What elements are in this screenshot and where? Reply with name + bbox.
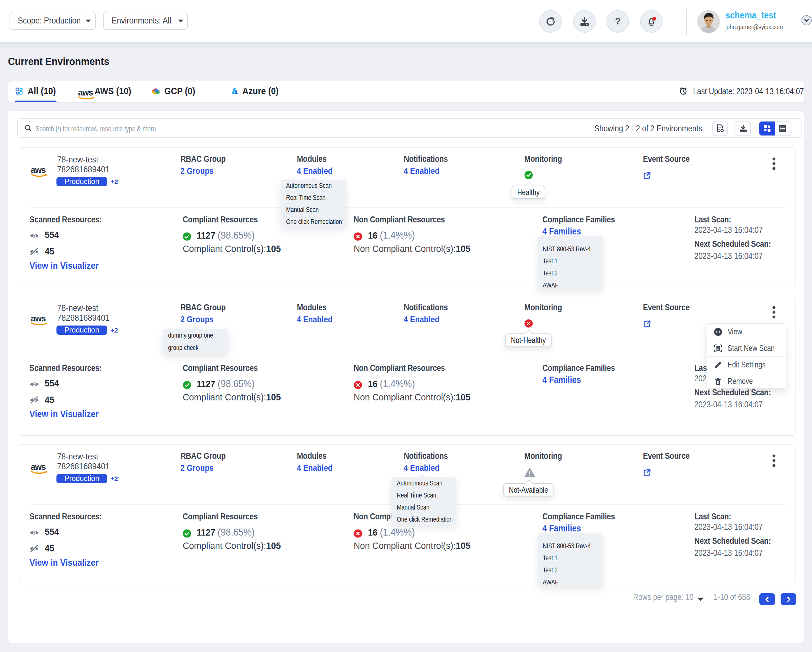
svg-text:aws: aws [31,165,46,175]
svg-text:aws: aws [31,462,46,472]
svg-text:aws: aws [78,88,93,98]
svg-text:aws: aws [31,314,46,323]
svg-text:?: ? [615,16,620,26]
